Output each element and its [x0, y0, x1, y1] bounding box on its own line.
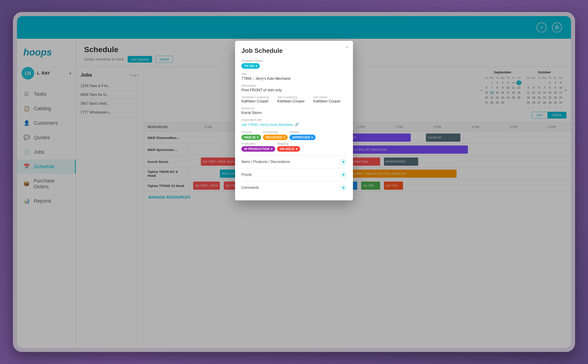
associated-label: Associated with [242, 118, 346, 122]
resource-value: Kornit Storm [242, 111, 346, 115]
items-accordion[interactable]: Items / Products / Decorations ▾ [242, 155, 346, 168]
proofs-label: Proofs [242, 173, 252, 177]
schedule-created-cell: Schedule Created by Kathleen Cooper [242, 95, 275, 103]
title-label: Title [242, 72, 346, 76]
title-value: 77856 – Jerry's Auto Mechanic [242, 77, 346, 81]
modal-close-button[interactable]: × [346, 45, 348, 50]
purchasing-section: Purchasing RECEIVED ▾ [263, 130, 288, 140]
shipping-section: Shipping ON HOLD ▾ [277, 142, 300, 152]
artwork-section: Artwork APPROVED ▾ [289, 130, 316, 140]
status-badge-text: TO DO [244, 64, 254, 68]
production-label: Production [242, 142, 275, 145]
production-section: Production IN PRODUCTION ▾ [242, 142, 275, 152]
proofs-accordion[interactable]: Proofs ▾ [242, 168, 346, 181]
job-owner-cell: Job Owner Kathleen Cooper [313, 95, 346, 103]
job-created-cell: Job Created by Kathleen Cooper [277, 95, 311, 103]
artwork-label: Artwork [289, 130, 316, 134]
shipping-label: Shipping [277, 142, 300, 145]
schedule-status-label: Schedule Status [242, 59, 346, 62]
job-created-label: Job Created by [277, 95, 311, 99]
external-link-icon: 🔗 [295, 122, 299, 126]
account-section: Account PAID IN ▾ [242, 130, 261, 140]
job-created-value: Kathleen Cooper [277, 99, 311, 103]
device-frame: ＋ ⚙ hoops LR L. RAY ▾ ☑ Tasks [13, 12, 575, 352]
schedule-created-value: Kathleen Cooper [242, 99, 275, 103]
purchasing-label: Purchasing [263, 130, 288, 134]
status-row: Account PAID IN ▾ Purchasing RECEIVED ▾ [242, 130, 346, 152]
associated-text: Job 77856 | Jerry's Auto Mechanic [242, 123, 293, 126]
app-window: ＋ ⚙ hoops LR L. RAY ▾ ☑ Tasks [17, 16, 571, 348]
shipping-badge[interactable]: ON HOLD ▾ [277, 146, 300, 152]
modal-title: Job Schedule [242, 47, 346, 54]
account-badge[interactable]: PAID IN ▾ [242, 135, 261, 140]
schedule-created-label: Schedule Created by [242, 95, 275, 99]
items-chevron-icon: ▾ [340, 159, 346, 165]
purchasing-badge[interactable]: RECEIVED ▾ [263, 135, 288, 140]
comments-chevron-icon: ▾ [340, 184, 346, 191]
account-label: Account [242, 130, 261, 134]
status-badge-chevron: ▾ [255, 64, 257, 68]
resource-label: Resource [242, 106, 346, 110]
description-label: Description [242, 84, 346, 87]
items-label: Items / Products / Decorations [242, 160, 290, 164]
production-badge[interactable]: IN PRODUCTION ▾ [242, 146, 275, 152]
info-grid: Schedule Created by Kathleen Cooper Job … [242, 95, 346, 103]
modal-overlay[interactable]: × Job Schedule Schedule Status TO DO ▾ T… [17, 16, 571, 348]
status-badge-todo[interactable]: TO DO ▾ [242, 63, 260, 69]
description-value: Print FRONT of shirt only [242, 88, 346, 92]
job-schedule-modal: × Job Schedule Schedule Status TO DO ▾ T… [235, 41, 353, 200]
comments-accordion[interactable]: Comments ▾ [242, 181, 346, 194]
associated-link[interactable]: Job 77856 | Jerry's Auto Mechanic 🔗 [242, 122, 299, 126]
proofs-chevron-icon: ▾ [340, 172, 346, 178]
comments-label: Comments [242, 186, 259, 190]
job-owner-label: Job Owner [313, 95, 346, 99]
job-owner-value: Kathleen Cooper [313, 99, 346, 103]
artwork-badge[interactable]: APPROVED ▾ [289, 135, 316, 140]
